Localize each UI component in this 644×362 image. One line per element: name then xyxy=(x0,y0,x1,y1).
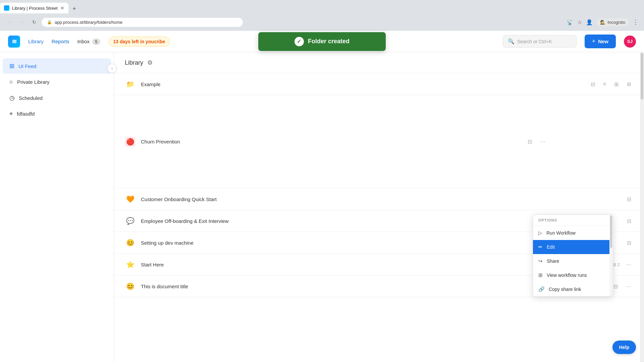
sidebar-item-label: fdfasdfd xyxy=(17,111,35,117)
browser-chrome: Library | Process Street ✕ + ← → ↻ 🔒 app… xyxy=(0,0,644,31)
copy-link-icon: 🔗 xyxy=(538,286,545,292)
sidebar-item-fdfasdfd[interactable]: ⌖ fdfasdfd xyxy=(3,106,111,121)
sidebar-item-private-library[interactable]: ○ Private Library xyxy=(3,74,111,89)
sidebar: ⊞ UI Feed ○ Private Library ◷ Scheduled … xyxy=(0,52,114,362)
option-copy-link[interactable]: 🔗 Copy share link xyxy=(533,282,613,296)
template-icon-dev: 😊 xyxy=(125,237,136,248)
item-name-churn: Churn Prevention xyxy=(141,139,520,144)
new-button-label: New xyxy=(598,39,608,44)
clock-icon: ◷ xyxy=(9,94,15,102)
dropdown-scrollbar[interactable] xyxy=(609,215,613,296)
search-icon: 🔍 xyxy=(508,38,515,45)
option-run-workflow-label: Run Workflow xyxy=(546,230,576,236)
item-actions-dev: ⊟ xyxy=(625,238,633,247)
nav-inbox[interactable]: Inbox 5 xyxy=(77,39,100,44)
tab-title: Library | Process Street xyxy=(12,6,58,11)
nav-library[interactable]: Library xyxy=(28,39,44,44)
forward-button[interactable]: → xyxy=(17,17,27,27)
main-header: Library ⚙ xyxy=(114,52,644,73)
item-actions-onboarding: ⊟ xyxy=(625,195,633,204)
browser-actions: 📡 ☆ 👤 🕵 Incognito ⋮ xyxy=(567,18,639,26)
table-icon-onboarding[interactable]: ⊟ xyxy=(625,195,633,204)
table-icon-dev[interactable]: ⊟ xyxy=(625,238,633,247)
sidebar-item-label: Scheduled xyxy=(19,95,43,101)
view-runs-icon: ⊞ xyxy=(538,272,543,278)
more-icon-start[interactable]: ⋯ xyxy=(624,260,633,269)
grid-icon[interactable]: ⊞ xyxy=(612,80,621,89)
item-name-start: Start Here xyxy=(141,262,583,267)
share-icon: ↪ xyxy=(538,258,543,264)
template-icon-start: ⭐ xyxy=(125,259,136,270)
active-tab[interactable]: Library | Process Street ✕ xyxy=(0,3,68,13)
cast-icon[interactable]: 📡 xyxy=(567,19,573,25)
sidebar-item-label: UI Feed xyxy=(18,63,36,69)
content-list: 📁 Example ⊟ ≡ ⊞ ⚙ 🔴 Churn Prevention ⊟ ⋯ xyxy=(114,73,644,297)
page-title: Library xyxy=(125,59,143,66)
new-button-plus-icon: + xyxy=(592,38,596,45)
more-icon-doc[interactable]: ⋯ xyxy=(624,282,633,291)
new-tab-button[interactable]: + xyxy=(70,4,79,13)
template-icon-offboarding: 💬 xyxy=(125,216,136,226)
option-share[interactable]: ↪ Share xyxy=(533,254,613,268)
list-item-customer-onboarding[interactable]: 🧡 Customer Onboarding Quick Start ⊟ xyxy=(114,188,644,210)
nav-reports[interactable]: Reports xyxy=(52,39,69,44)
new-button[interactable]: + New xyxy=(585,35,616,48)
toast-check-icon: ✓ xyxy=(294,37,304,46)
trial-banner: 13 days left in youcribe xyxy=(108,37,170,47)
sidebar-item-scheduled[interactable]: ◷ Scheduled xyxy=(3,90,111,106)
template-icon-doc: 😊 xyxy=(125,281,136,292)
sidebar-item-label: Private Library xyxy=(17,79,50,85)
browser-more-icon[interactable]: ⋮ xyxy=(633,18,639,26)
template-icon-onboarding: 🧡 xyxy=(125,194,136,204)
option-copy-link-label: Copy share link xyxy=(549,287,581,292)
library-settings-icon[interactable]: ⚙ xyxy=(147,59,153,66)
option-edit[interactable]: ✏ Edit xyxy=(533,240,613,254)
app-logo: ≋ xyxy=(8,36,20,48)
toast-message: Folder created xyxy=(308,38,350,45)
refresh-button[interactable]: ↻ xyxy=(30,17,39,27)
folder-icon: 📁 xyxy=(125,79,136,89)
option-share-label: Share xyxy=(547,258,559,264)
incognito-badge: 🕵 Incognito xyxy=(597,18,629,26)
sidebar-item-ui-feed[interactable]: ⊞ UI Feed xyxy=(3,58,111,74)
app-bar: ≋ Library Reports Inbox 5 13 days left i… xyxy=(0,31,644,52)
profile-icon[interactable]: 👤 xyxy=(586,19,593,25)
browser-controls: ← → ↻ 🔒 app.process.st/library/folders/h… xyxy=(0,13,644,31)
help-button[interactable]: Help xyxy=(612,341,636,354)
main-scrollbar[interactable] xyxy=(640,52,644,362)
back-button[interactable]: ← xyxy=(5,17,15,27)
table-icon-offboarding[interactable]: ⊟ xyxy=(625,217,633,226)
search-bar[interactable]: 🔍 Search or Ctrl+K xyxy=(503,35,577,48)
option-view-runs[interactable]: ⊞ View workflow runs xyxy=(533,268,613,282)
item-name-example: Example xyxy=(141,81,583,87)
more-icon-churn[interactable]: ⋯ xyxy=(538,137,547,146)
tab-close-button[interactable]: ✕ xyxy=(60,5,64,11)
settings-icon[interactable]: ⚙ xyxy=(625,80,633,89)
tab-bar: Library | Process Street ✕ + xyxy=(0,0,644,13)
sidebar-collapse-button[interactable]: ‹ xyxy=(107,64,117,73)
list-icon[interactable]: ≡ xyxy=(601,80,608,88)
item-actions-example: ⊟ ≡ ⊞ ⚙ xyxy=(589,80,633,89)
inbox-badge: 5 xyxy=(92,39,100,45)
item-name-onboarding: Customer Onboarding Quick Start xyxy=(141,196,620,202)
bookmark-icon[interactable]: ☆ xyxy=(577,19,582,25)
list-item-example[interactable]: 📁 Example ⊟ ≡ ⊞ ⚙ xyxy=(114,73,644,95)
grid-count-start[interactable]: ⊞ 2 xyxy=(612,262,620,267)
option-view-runs-label: View workflow runs xyxy=(547,273,587,278)
avatar[interactable]: SJ xyxy=(624,36,636,48)
address-bar[interactable]: 🔒 app.process.st/library/folders/home xyxy=(42,18,243,27)
table-icon[interactable]: ⊟ xyxy=(589,80,597,89)
list-item-churn-prevention[interactable]: 🔴 Churn Prevention ⊟ ⋯ OPTIONS ▷ Run Wor… xyxy=(114,95,644,188)
grid-icon: ⊞ xyxy=(9,62,14,70)
option-run-workflow[interactable]: ▷ Run Workflow xyxy=(533,226,613,240)
scrollbar-thumb xyxy=(641,53,643,100)
item-actions-churn: ⊟ ⋯ xyxy=(526,137,547,146)
tag-icon: ⌖ xyxy=(9,110,13,117)
item-actions-offboarding: ⊟ xyxy=(625,217,633,226)
run-workflow-icon: ▷ xyxy=(538,230,542,236)
search-placeholder: Search or Ctrl+K xyxy=(517,39,552,44)
table-icon-churn[interactable]: ⊟ xyxy=(526,137,534,146)
incognito-icon: 🕵 xyxy=(600,20,605,25)
template-icon-churn: 🔴 xyxy=(125,136,136,147)
circle-icon: ○ xyxy=(9,78,13,85)
